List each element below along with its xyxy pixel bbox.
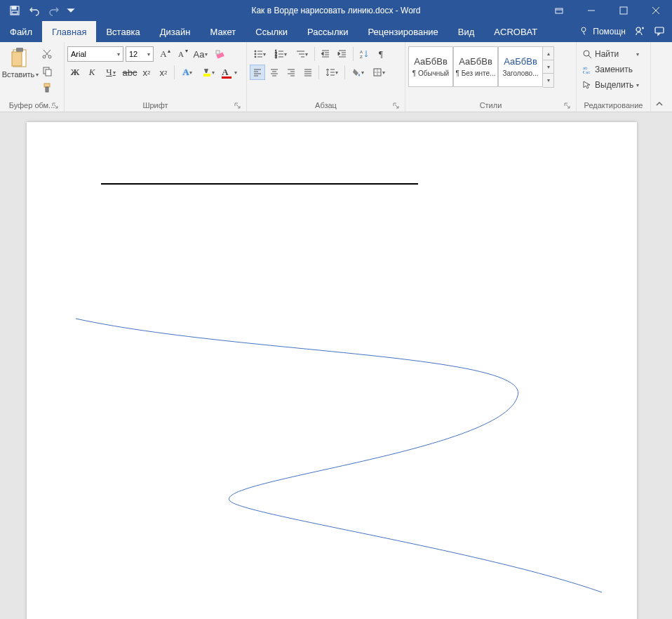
style-name: Заголово... xyxy=(503,69,539,77)
change-case-icon[interactable]: Aa▾ xyxy=(191,46,210,62)
multilevel-list-icon[interactable]: ▾ xyxy=(292,46,311,62)
svg-point-28 xyxy=(255,51,256,52)
tab-design[interactable]: Дизайн xyxy=(150,21,201,42)
ribbon-options-icon[interactable] xyxy=(543,0,575,21)
svg-line-76 xyxy=(589,55,591,58)
replace-button[interactable]: abacЗаменить xyxy=(579,62,642,77)
underline-icon[interactable]: Ч▾ xyxy=(101,65,121,80)
collapse-ribbon-icon[interactable] xyxy=(651,42,668,112)
sort-icon[interactable]: AZ xyxy=(356,46,372,62)
svg-text:ac: ac xyxy=(586,70,590,74)
svg-rect-26 xyxy=(216,51,220,54)
tab-layout[interactable]: Макет xyxy=(200,21,246,42)
paragraph-launcher-icon[interactable] xyxy=(391,100,401,110)
show-marks-icon[interactable]: ¶ xyxy=(373,46,389,62)
svg-rect-27 xyxy=(203,74,210,76)
minimize-icon[interactable] xyxy=(575,0,607,21)
window-controls xyxy=(543,0,672,21)
style-heading1[interactable]: АаБбВвЗаголово... xyxy=(498,46,543,87)
tab-review[interactable]: Рецензирование xyxy=(358,21,448,42)
style-normal[interactable]: АаБбВв¶ Обычный xyxy=(408,46,453,87)
svg-point-32 xyxy=(255,56,256,58)
font-name-combo[interactable]: Arial▾ xyxy=(67,46,123,62)
style-no-spacing[interactable]: АаБбВв¶ Без инте... xyxy=(453,46,498,87)
tab-insert[interactable]: Вставка xyxy=(96,21,149,42)
shrink-font-icon[interactable]: A▾ xyxy=(173,46,189,62)
tell-me-label: Помощн xyxy=(593,27,626,36)
curve-shape[interactable] xyxy=(27,122,637,619)
styles-gallery-scroll[interactable]: ▴▾▾ xyxy=(543,46,554,88)
tab-acrobat[interactable]: ACROBAT xyxy=(484,21,547,42)
svg-point-75 xyxy=(584,51,589,56)
grow-font-icon[interactable]: A▴ xyxy=(156,46,171,62)
save-icon[interactable] xyxy=(7,3,22,18)
select-button[interactable]: Выделить▾ xyxy=(579,77,642,93)
share-icon[interactable] xyxy=(634,25,645,39)
font-name-value: Arial xyxy=(71,50,86,58)
svg-point-10 xyxy=(636,27,640,32)
copy-icon[interactable] xyxy=(39,63,55,79)
svg-rect-22 xyxy=(46,69,51,76)
format-painter-icon[interactable] xyxy=(39,80,55,95)
document-area[interactable] xyxy=(0,112,672,619)
italic-icon[interactable]: К xyxy=(84,65,100,80)
increase-indent-icon[interactable] xyxy=(335,46,350,62)
clipboard-launcher-icon[interactable] xyxy=(50,100,60,110)
paragraph-group-label: Абзац xyxy=(315,100,337,111)
clear-formatting-icon[interactable] xyxy=(213,46,228,62)
tab-home[interactable]: Главная xyxy=(42,21,96,42)
clipboard-group-label: Буфер обм... xyxy=(9,100,55,111)
qat-customize-icon[interactable] xyxy=(66,3,76,18)
text-effects-icon[interactable]: A▾ xyxy=(177,65,197,80)
redo-icon[interactable] xyxy=(46,3,62,18)
select-label: Выделить xyxy=(595,80,633,90)
svg-rect-3 xyxy=(556,8,563,13)
highlight-icon[interactable]: ▾ xyxy=(199,65,218,80)
style-name: ¶ Обычный xyxy=(412,69,449,77)
tell-me-search[interactable]: Помощн xyxy=(579,26,626,37)
tab-references[interactable]: Ссылки xyxy=(246,21,297,42)
replace-label: Заменить xyxy=(595,65,633,74)
align-center-icon[interactable] xyxy=(267,65,282,80)
font-size-combo[interactable]: 12▾ xyxy=(126,46,154,62)
comments-icon[interactable] xyxy=(654,25,665,39)
document-page[interactable] xyxy=(27,122,637,619)
justify-icon[interactable] xyxy=(300,65,316,80)
svg-point-9 xyxy=(582,27,586,32)
subscript-icon[interactable]: x2 xyxy=(139,65,154,80)
styles-launcher-icon[interactable] xyxy=(562,100,572,110)
bullets-icon[interactable]: ▾ xyxy=(250,46,269,62)
tab-file[interactable]: Файл xyxy=(0,21,42,42)
tab-mailings[interactable]: Рассылки xyxy=(297,21,358,42)
font-group-label: Шрифт xyxy=(142,100,168,111)
superscript-icon[interactable]: x2 xyxy=(156,65,171,80)
font-color-icon[interactable]: A▾ xyxy=(220,65,239,80)
font-launcher-icon[interactable] xyxy=(232,100,242,110)
svg-rect-1 xyxy=(12,6,16,9)
shading-icon[interactable]: ▾ xyxy=(348,65,368,80)
paste-button[interactable]: Вставить▾ xyxy=(3,44,38,79)
line-spacing-icon[interactable]: ▾ xyxy=(322,65,342,80)
maximize-icon[interactable] xyxy=(607,0,640,21)
align-left-icon[interactable] xyxy=(250,65,265,80)
numbering-icon[interactable]: 123▾ xyxy=(271,46,290,62)
title-bar: Как в Ворде нарисовать линию.docx - Word xyxy=(0,0,672,21)
decrease-indent-icon[interactable] xyxy=(318,46,333,62)
align-right-icon[interactable] xyxy=(283,65,299,80)
svg-text:Z: Z xyxy=(360,55,363,59)
close-icon[interactable] xyxy=(640,0,672,21)
group-editing: Найти▾ abacЗаменить Выделить▾ Редактиров… xyxy=(577,42,651,112)
borders-icon[interactable]: ▾ xyxy=(369,65,389,80)
svg-text:A: A xyxy=(360,50,363,54)
svg-rect-15 xyxy=(16,48,23,52)
tab-view[interactable]: Вид xyxy=(448,21,485,42)
group-paragraph: ▾ 123▾ ▾ AZ ¶ ▾ ▾ ▾ Абза xyxy=(247,42,405,112)
bold-icon[interactable]: Ж xyxy=(67,65,83,80)
svg-rect-13 xyxy=(655,27,664,33)
svg-rect-16 xyxy=(12,52,22,66)
undo-icon[interactable] xyxy=(27,3,42,18)
strikethrough-icon[interactable]: abc xyxy=(122,65,137,80)
find-button[interactable]: Найти▾ xyxy=(579,46,642,62)
svg-rect-6 xyxy=(620,7,627,14)
cut-icon[interactable] xyxy=(39,46,55,62)
